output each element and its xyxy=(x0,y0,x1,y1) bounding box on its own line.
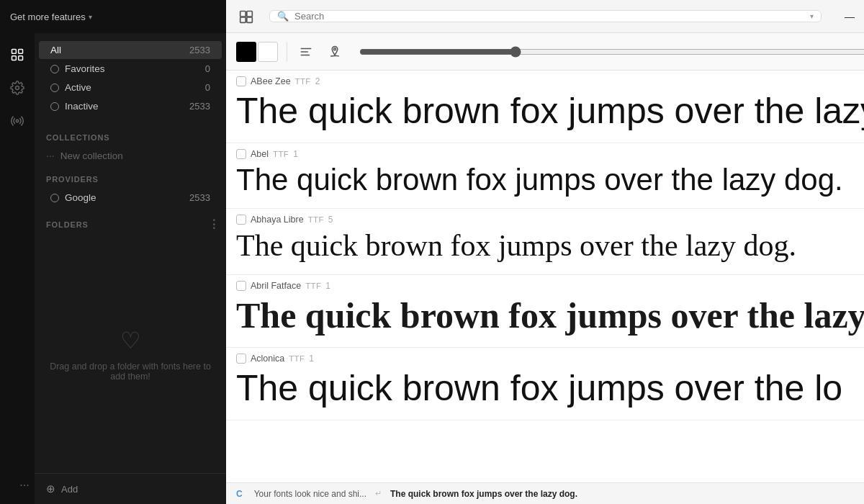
svg-rect-3 xyxy=(19,56,23,60)
more-dots-icon[interactable]: ··· xyxy=(14,475,35,495)
font-variant-count: 1 xyxy=(293,149,298,159)
svg-rect-8 xyxy=(240,17,246,22)
font-name: Aclonica xyxy=(251,354,284,364)
svg-rect-7 xyxy=(247,11,253,17)
filter-favorites[interactable]: Favorites 0 xyxy=(39,60,222,78)
filter-active-count: 0 xyxy=(205,82,210,93)
filter-active[interactable]: Active 0 xyxy=(39,78,222,96)
toolbar: 42px ↺ xyxy=(226,33,864,71)
font-checkbox[interactable] xyxy=(236,354,246,364)
font-name: ABee Zee xyxy=(251,76,291,86)
search-icon: 🔍 xyxy=(277,11,289,22)
svg-rect-0 xyxy=(12,50,17,54)
font-variant-count: 2 xyxy=(315,76,320,86)
sidebar-top-bar: Get more features ▾ xyxy=(0,0,226,33)
filter-all-count: 2533 xyxy=(189,45,210,55)
search-dropdown-icon[interactable]: ▾ xyxy=(810,12,814,20)
font-meta: Aclonica TTF 1 xyxy=(236,354,864,364)
icon-rail: ··· xyxy=(0,33,35,504)
circle-icon xyxy=(50,65,59,73)
filter-favorites-count: 0 xyxy=(205,63,210,74)
filter-inactive-label: Inactive xyxy=(65,101,184,112)
collections-label: COLLECTIONS xyxy=(46,133,110,142)
sidebar: Get more features ▾ xyxy=(0,0,226,504)
font-meta: ABee Zee TTF 2 xyxy=(236,76,864,86)
status-bar: C Your fonts look nice and shi... ↵ The … xyxy=(226,482,864,504)
provider-google-count: 2533 xyxy=(189,192,210,203)
font-checkbox[interactable] xyxy=(236,215,246,225)
toolbar-separator xyxy=(287,42,287,62)
font-size-slider[interactable] xyxy=(359,46,864,58)
color-swatches xyxy=(236,42,278,62)
font-preview: The quick brown fox jumps over the lazy … xyxy=(236,228,864,264)
new-collection-button[interactable]: ··· New collection xyxy=(35,146,226,165)
filter-inactive[interactable]: Inactive 2533 xyxy=(39,97,222,115)
font-checkbox[interactable] xyxy=(236,281,246,291)
folders-more-icon[interactable]: ⋮ xyxy=(208,217,220,231)
font-name: Abhaya Libre xyxy=(251,215,304,225)
dots-icon: ··· xyxy=(46,150,55,161)
circle-icon xyxy=(50,84,59,92)
folders-label: FOLDERS xyxy=(46,220,208,229)
providers-header: PROVIDERS xyxy=(35,165,226,188)
filter-all-label: All xyxy=(50,45,184,55)
add-label: Add xyxy=(61,484,78,495)
broadcast-icon[interactable] xyxy=(7,111,27,131)
font-name: Abril Fatface xyxy=(251,281,301,291)
window-controls: — □ ✕ xyxy=(833,0,864,33)
filter-section: All 2533 Favorites 0 Active 0 xyxy=(35,33,226,123)
font-name: Abel xyxy=(251,149,269,159)
svg-point-13 xyxy=(334,48,336,50)
font-entry: Abril Fatface TTF 1 The quick brown fox … xyxy=(226,275,864,348)
font-entry: ABee Zee TTF 2 The quick brown fox jumps… xyxy=(226,71,864,143)
providers-label: PROVIDERS xyxy=(46,175,99,184)
svg-point-5 xyxy=(16,120,18,122)
font-checkbox[interactable] xyxy=(236,76,246,86)
add-button[interactable]: ⊕ Add xyxy=(35,473,226,504)
font-entry: Abel TTF 1 The quick brown fox jumps ove… xyxy=(226,143,864,209)
font-checkbox[interactable] xyxy=(236,149,246,159)
search-input[interactable] xyxy=(294,11,804,22)
font-list: ABee Zee TTF 2 The quick brown fox jumps… xyxy=(226,71,864,482)
font-preview: The quick brown fox jumps over the lazy … xyxy=(236,294,864,337)
align-icon[interactable] xyxy=(296,42,316,62)
sidebar-layout: ··· All 2533 Favorites 0 A xyxy=(0,33,226,504)
search-bar: 🔍 ▾ xyxy=(269,10,822,22)
minimize-button[interactable]: — xyxy=(833,0,864,33)
nav-panel: All 2533 Favorites 0 Active 0 xyxy=(35,33,226,504)
font-size-slider-area: 42px xyxy=(354,46,864,58)
white-swatch[interactable] xyxy=(258,42,278,62)
font-format: TTF xyxy=(305,282,321,290)
filter-active-label: Active xyxy=(65,82,199,93)
font-format: TTF xyxy=(295,77,311,86)
circle-icon xyxy=(50,102,59,111)
style-icon[interactable] xyxy=(325,42,345,62)
title-bar: 🔍 ▾ — □ ✕ xyxy=(226,0,864,33)
status-left-text: Your fonts look nice and shi... xyxy=(254,489,366,499)
filter-all[interactable]: All 2533 xyxy=(39,41,222,59)
font-meta: Abhaya Libre TTF 5 xyxy=(236,215,864,225)
font-format: TTF xyxy=(273,150,289,158)
fonts-icon[interactable] xyxy=(7,45,27,65)
get-more-features-button[interactable]: Get more features ▾ xyxy=(10,12,92,22)
svg-point-4 xyxy=(16,86,19,90)
font-entry: Abhaya Libre TTF 5 The quick brown fox j… xyxy=(226,209,864,274)
font-variant-count: 1 xyxy=(309,354,314,364)
font-meta: Abril Fatface TTF 1 xyxy=(236,281,864,291)
font-preview: The quick brown fox jumps over the lazy … xyxy=(236,162,864,198)
font-format: TTF xyxy=(308,215,324,224)
filter-inactive-count: 2533 xyxy=(189,101,210,112)
collections-header: COLLECTIONS xyxy=(35,123,226,146)
heart-icon: ♡ xyxy=(120,327,141,354)
font-preview: The quick brown fox jumps over the lo xyxy=(236,366,864,410)
provider-google[interactable]: Google 2533 xyxy=(39,189,222,207)
svg-rect-9 xyxy=(247,17,253,22)
settings-icon[interactable] xyxy=(7,78,27,98)
black-swatch[interactable] xyxy=(236,42,256,62)
circle-icon xyxy=(50,194,59,202)
status-middle-text: The quick brown fox jumps over the lazy … xyxy=(390,489,577,499)
plus-icon: ⊕ xyxy=(46,482,55,495)
folders-drop-text: Drag and drop a folder with fonts here t… xyxy=(49,361,212,382)
font-variant-count: 5 xyxy=(328,215,333,225)
app-tabs-icon[interactable] xyxy=(235,5,258,28)
